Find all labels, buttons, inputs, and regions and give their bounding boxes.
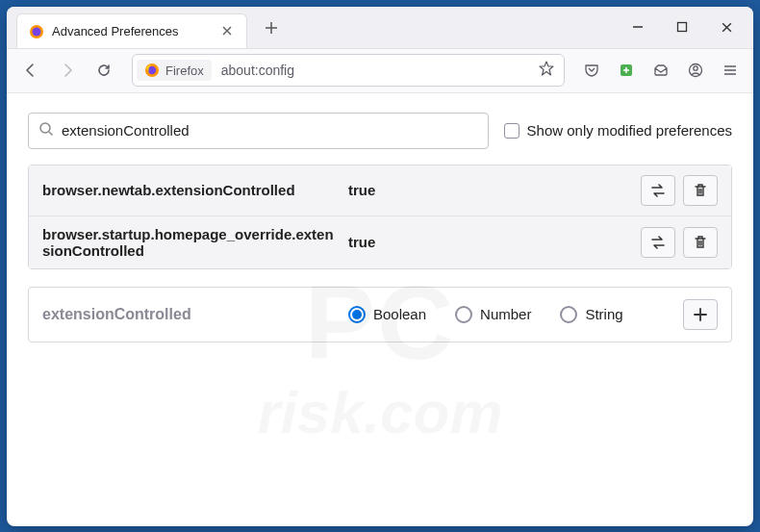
radio-string[interactable]: String xyxy=(560,306,622,323)
firefox-favicon xyxy=(29,24,44,39)
hamburger-menu-icon[interactable] xyxy=(715,55,746,86)
radio-icon xyxy=(348,306,366,323)
radio-boolean[interactable]: Boolean xyxy=(348,306,426,323)
radio-label: String xyxy=(585,306,622,322)
pref-value: true xyxy=(341,182,641,198)
account-icon[interactable] xyxy=(680,55,711,86)
type-radio-group: Boolean Number String xyxy=(341,306,683,323)
url-input[interactable] xyxy=(212,63,533,78)
show-modified-checkbox[interactable]: Show only modified preferences xyxy=(504,122,732,139)
toggle-button[interactable] xyxy=(641,227,675,258)
minimize-button[interactable] xyxy=(626,15,649,38)
svg-point-8 xyxy=(40,123,50,133)
radio-label: Boolean xyxy=(373,306,426,322)
forward-button[interactable] xyxy=(51,54,84,87)
tab-close-button[interactable] xyxy=(219,21,235,42)
add-pref-row: extensionControlled Boolean Number Strin… xyxy=(28,287,732,342)
identity-label: Firefox xyxy=(165,63,204,78)
pref-value: true xyxy=(341,234,641,250)
extension-icon[interactable] xyxy=(611,55,642,86)
tab-title: Advanced Preferences xyxy=(52,24,219,38)
about-config-content: Show only modified preferences browser.n… xyxy=(7,93,753,526)
pref-row[interactable]: browser.startup.homepage_override.extens… xyxy=(29,216,731,268)
pref-name: browser.startup.homepage_override.extens… xyxy=(42,226,341,259)
watermark: risk.com xyxy=(257,377,502,445)
delete-button[interactable] xyxy=(683,175,718,206)
prefs-table: browser.newtab.extensionControlled true … xyxy=(28,165,732,269)
toolbar: Firefox xyxy=(7,49,753,93)
add-pref-name: extensionControlled xyxy=(42,306,341,323)
titlebar: Advanced Preferences xyxy=(7,7,753,49)
delete-button[interactable] xyxy=(683,227,718,258)
search-input[interactable] xyxy=(62,122,478,139)
svg-point-4 xyxy=(148,66,156,74)
radio-label: Number xyxy=(480,306,531,322)
search-icon xyxy=(38,121,54,140)
pref-search-box[interactable] xyxy=(28,113,489,149)
checkbox-icon xyxy=(504,123,519,139)
svg-point-1 xyxy=(33,27,41,36)
radio-number[interactable]: Number xyxy=(455,306,531,323)
bookmark-star-icon[interactable] xyxy=(533,57,560,84)
pocket-icon[interactable] xyxy=(576,55,607,86)
add-button[interactable] xyxy=(683,299,718,330)
browser-tab[interactable]: Advanced Preferences xyxy=(16,13,247,48)
radio-icon xyxy=(455,306,472,323)
window-controls xyxy=(626,15,753,38)
close-window-button[interactable] xyxy=(715,15,738,38)
svg-point-7 xyxy=(694,66,697,70)
inbox-icon[interactable] xyxy=(646,55,676,86)
new-tab-button[interactable] xyxy=(259,15,284,44)
toggle-button[interactable] xyxy=(641,175,675,206)
maximize-button[interactable] xyxy=(671,15,694,38)
radio-icon xyxy=(560,306,577,323)
checkbox-label: Show only modified preferences xyxy=(527,122,732,139)
identity-box[interactable]: Firefox xyxy=(137,60,212,81)
firefox-logo-icon xyxy=(144,63,160,78)
url-bar[interactable]: Firefox xyxy=(132,54,565,87)
pref-row[interactable]: browser.newtab.extensionControlled true xyxy=(29,165,731,216)
svg-rect-2 xyxy=(678,23,687,32)
back-button[interactable] xyxy=(14,54,47,87)
pref-name: browser.newtab.extensionControlled xyxy=(42,182,341,198)
reload-button[interactable] xyxy=(88,54,120,87)
browser-window: Advanced Preferences xyxy=(7,7,753,526)
